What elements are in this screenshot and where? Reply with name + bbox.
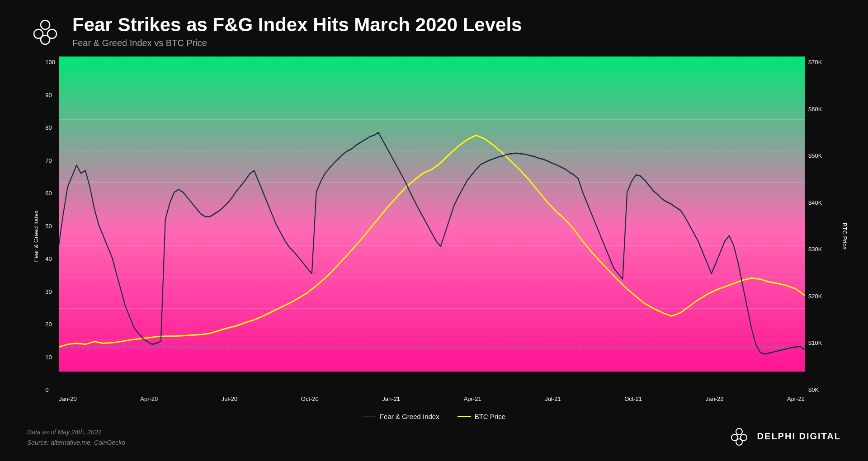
svg-point-0: [41, 20, 50, 29]
title-block: Fear Strikes as F&G Index Hits March 202…: [72, 14, 522, 48]
y-left-70: 70: [45, 157, 55, 164]
x-jan20: Jan-20: [59, 395, 77, 402]
y-right-50k: $50K: [808, 152, 822, 159]
y-left-80: 80: [45, 124, 55, 131]
legend-fg-line: [363, 416, 376, 417]
chart-area: Jan-20 Apr-20 Jul-20 Oct-20 Jan-21 Apr-2…: [59, 56, 805, 409]
footer: Data as of May 24th, 2022 Source: altern…: [27, 425, 841, 447]
svg-point-15: [736, 428, 742, 435]
delphi-logo-footer: [728, 425, 750, 447]
main-container: Fear Strikes as F&G Index Hits March 202…: [0, 0, 868, 461]
data-note: Data as of May 24th, 2022: [27, 427, 125, 437]
y-right-20k: $20K: [808, 293, 822, 300]
y-right-60k: $60K: [808, 106, 822, 113]
legend-btc: BTC Price: [458, 413, 505, 420]
delphi-branding: DELPHI DIGITAL: [728, 425, 841, 447]
y-right-0k: $0K: [808, 386, 822, 393]
footer-source: Data as of May 24th, 2022 Source: altern…: [27, 427, 125, 447]
x-apr20: Apr-20: [140, 395, 158, 402]
header: Fear Strikes as F&G Index Hits March 202…: [27, 14, 841, 50]
legend-fg: Fear & Greed Index: [363, 413, 439, 420]
x-apr22: Apr-22: [787, 395, 805, 402]
delphi-text: DELPHI DIGITAL: [757, 431, 841, 442]
y-right-10k: $10K: [808, 339, 822, 346]
x-jul20: Jul-20: [222, 395, 237, 402]
chart-svg: [59, 56, 805, 393]
svg-point-3: [34, 29, 43, 38]
y-left-30: 30: [45, 288, 55, 295]
y-axis-right-label: BTC Price: [841, 223, 848, 249]
y-axis-left: 100 90 80 70 60 50 40 30 20 10 0: [45, 56, 59, 409]
y-left-0: 0: [45, 386, 55, 393]
y-right-70k: $70K: [808, 59, 822, 66]
y-right-30k: $30K: [808, 246, 822, 253]
x-jan21: Jan-21: [382, 395, 400, 402]
x-jul21: Jul-21: [545, 395, 561, 402]
x-oct21: Oct-21: [624, 395, 642, 402]
legend: Fear & Greed Index BTC Price: [27, 413, 841, 420]
legend-btc-line: [458, 416, 471, 417]
y-right-40k: $40K: [808, 199, 822, 206]
chart-svg-container: [59, 56, 805, 393]
delphi-logo-header: [27, 14, 63, 50]
x-axis: Jan-20 Apr-20 Jul-20 Oct-20 Jan-21 Apr-2…: [59, 393, 805, 409]
y-left-90: 90: [45, 92, 55, 99]
y-left-10: 10: [45, 354, 55, 361]
y-left-60: 60: [45, 190, 55, 197]
y-left-50: 50: [45, 223, 55, 230]
y-axis-right: $70K $60K $50K $40K $30K $20K $10K $0K: [805, 56, 822, 409]
x-apr21: Apr-21: [464, 395, 481, 402]
y-left-20: 20: [45, 321, 55, 328]
x-oct20: Oct-20: [301, 395, 319, 402]
chart-wrapper: Fear & Greed Index 100 90 80 70 60 50 40…: [27, 56, 841, 409]
main-title: Fear Strikes as F&G Index Hits March 202…: [72, 14, 522, 36]
y-axis-left-label: Fear & Greed Index: [33, 210, 39, 262]
sub-title: Fear & Greed Index vs BTC Price: [72, 38, 522, 48]
y-left-40: 40: [45, 255, 55, 262]
svg-point-18: [731, 434, 738, 441]
source-note: Source: alternative.me, CoinGecko: [27, 437, 125, 447]
legend-btc-label: BTC Price: [475, 413, 505, 420]
x-jan22: Jan-22: [706, 395, 724, 402]
legend-fg-label: Fear & Greed Index: [380, 413, 439, 420]
y-left-100: 100: [45, 59, 55, 66]
